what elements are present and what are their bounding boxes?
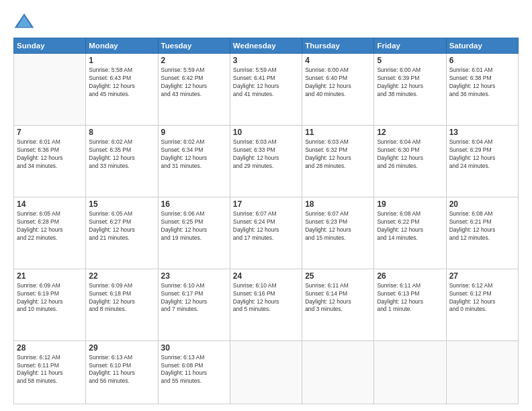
logo-icon — [13, 11, 35, 32]
calendar-cell: 6Sunrise: 6:01 AMSunset: 6:38 PMDaylight… — [446, 54, 518, 126]
calendar: SundayMondayTuesdayWednesdayThursdayFrid… — [13, 38, 519, 404]
weekday-header-sunday: Sunday — [14, 38, 86, 54]
day-number: 24 — [233, 271, 299, 281]
day-info: Sunrise: 6:00 AMSunset: 6:39 PMDaylight:… — [377, 66, 443, 99]
calendar-cell: 14Sunrise: 6:05 AMSunset: 6:28 PMDayligh… — [14, 197, 86, 269]
day-number: 16 — [161, 199, 227, 209]
day-number: 6 — [449, 56, 515, 65]
day-info: Sunrise: 6:10 AMSunset: 6:16 PMDaylight:… — [233, 282, 299, 314]
day-number: 12 — [377, 128, 443, 137]
day-info: Sunrise: 6:04 AMSunset: 6:29 PMDaylight:… — [449, 138, 515, 171]
weekday-header-monday: Monday — [86, 38, 158, 54]
day-info: Sunrise: 6:05 AMSunset: 6:27 PMDaylight:… — [89, 210, 154, 242]
calendar-cell — [14, 54, 86, 126]
weekday-header-row: SundayMondayTuesdayWednesdayThursdayFrid… — [14, 38, 519, 54]
day-info: Sunrise: 5:58 AMSunset: 6:43 PMDaylight:… — [89, 66, 154, 99]
calendar-cell: 28Sunrise: 6:12 AMSunset: 6:11 PMDayligh… — [14, 340, 86, 404]
day-info: Sunrise: 6:01 AMSunset: 6:38 PMDaylight:… — [449, 66, 515, 99]
day-info: Sunrise: 6:13 AMSunset: 6:08 PMDaylight:… — [161, 354, 227, 386]
day-number: 3 — [233, 56, 299, 65]
calendar-cell: 19Sunrise: 6:08 AMSunset: 6:22 PMDayligh… — [374, 197, 446, 269]
calendar-cell: 3Sunrise: 5:59 AMSunset: 6:41 PMDaylight… — [230, 54, 302, 126]
day-info: Sunrise: 6:09 AMSunset: 6:18 PMDaylight:… — [89, 282, 154, 314]
day-info: Sunrise: 6:08 AMSunset: 6:22 PMDaylight:… — [377, 210, 443, 242]
day-number: 26 — [377, 271, 443, 281]
week-row-3: 21Sunrise: 6:09 AMSunset: 6:19 PMDayligh… — [14, 269, 519, 340]
calendar-cell: 2Sunrise: 5:59 AMSunset: 6:42 PMDaylight… — [158, 54, 230, 126]
calendar-cell: 22Sunrise: 6:09 AMSunset: 6:18 PMDayligh… — [86, 269, 158, 340]
day-number: 18 — [305, 199, 371, 209]
day-number: 22 — [89, 271, 154, 281]
calendar-cell: 10Sunrise: 6:03 AMSunset: 6:33 PMDayligh… — [230, 125, 302, 197]
day-info: Sunrise: 6:12 AMSunset: 6:11 PMDaylight:… — [17, 354, 83, 386]
calendar-cell: 20Sunrise: 6:08 AMSunset: 6:21 PMDayligh… — [446, 197, 518, 269]
day-info: Sunrise: 6:12 AMSunset: 6:12 PMDaylight:… — [449, 282, 515, 314]
week-row-0: 1Sunrise: 5:58 AMSunset: 6:43 PMDaylight… — [14, 54, 519, 126]
calendar-cell: 25Sunrise: 6:11 AMSunset: 6:14 PMDayligh… — [302, 269, 374, 340]
day-info: Sunrise: 5:59 AMSunset: 6:42 PMDaylight:… — [161, 66, 227, 99]
day-number: 11 — [305, 128, 371, 137]
weekday-header-tuesday: Tuesday — [158, 38, 230, 54]
weekday-header-friday: Friday — [374, 38, 446, 54]
day-number: 25 — [305, 271, 371, 281]
day-number: 27 — [449, 271, 515, 281]
day-info: Sunrise: 6:11 AMSunset: 6:13 PMDaylight:… — [377, 282, 443, 314]
weekday-header-wednesday: Wednesday — [230, 38, 302, 54]
page: SundayMondayTuesdayWednesdayThursdayFrid… — [0, 0, 532, 411]
calendar-cell: 23Sunrise: 6:10 AMSunset: 6:17 PMDayligh… — [158, 269, 230, 340]
calendar-cell — [374, 340, 446, 404]
calendar-cell: 5Sunrise: 6:00 AMSunset: 6:39 PMDaylight… — [374, 54, 446, 126]
day-info: Sunrise: 6:01 AMSunset: 6:36 PMDaylight:… — [17, 138, 83, 171]
calendar-cell: 13Sunrise: 6:04 AMSunset: 6:29 PMDayligh… — [446, 125, 518, 197]
calendar-cell: 12Sunrise: 6:04 AMSunset: 6:30 PMDayligh… — [374, 125, 446, 197]
calendar-cell: 21Sunrise: 6:09 AMSunset: 6:19 PMDayligh… — [14, 269, 86, 340]
day-number: 2 — [161, 56, 227, 65]
day-info: Sunrise: 6:04 AMSunset: 6:30 PMDaylight:… — [377, 138, 443, 171]
day-number: 17 — [233, 199, 299, 209]
calendar-cell: 27Sunrise: 6:12 AMSunset: 6:12 PMDayligh… — [446, 269, 518, 340]
calendar-cell — [302, 340, 374, 404]
day-number: 20 — [449, 199, 515, 209]
day-number: 4 — [305, 56, 371, 65]
day-number: 9 — [161, 128, 227, 137]
weekday-header-thursday: Thursday — [302, 38, 374, 54]
day-info: Sunrise: 6:11 AMSunset: 6:14 PMDaylight:… — [305, 282, 371, 314]
calendar-cell: 29Sunrise: 6:13 AMSunset: 6:10 PMDayligh… — [86, 340, 158, 404]
calendar-cell: 26Sunrise: 6:11 AMSunset: 6:13 PMDayligh… — [374, 269, 446, 340]
day-info: Sunrise: 6:09 AMSunset: 6:19 PMDaylight:… — [17, 282, 83, 314]
day-number: 1 — [89, 56, 154, 65]
day-number: 19 — [377, 199, 443, 209]
day-number: 23 — [161, 271, 227, 281]
day-info: Sunrise: 6:05 AMSunset: 6:28 PMDaylight:… — [17, 210, 83, 242]
day-number: 30 — [161, 343, 227, 353]
day-info: Sunrise: 6:08 AMSunset: 6:21 PMDaylight:… — [449, 210, 515, 242]
calendar-cell: 17Sunrise: 6:07 AMSunset: 6:24 PMDayligh… — [230, 197, 302, 269]
day-info: Sunrise: 6:07 AMSunset: 6:23 PMDaylight:… — [305, 210, 371, 242]
day-number: 29 — [89, 343, 154, 353]
day-info: Sunrise: 6:02 AMSunset: 6:34 PMDaylight:… — [161, 138, 227, 171]
day-number: 28 — [17, 343, 83, 353]
day-info: Sunrise: 6:06 AMSunset: 6:25 PMDaylight:… — [161, 210, 227, 242]
day-info: Sunrise: 6:02 AMSunset: 6:35 PMDaylight:… — [89, 138, 154, 171]
calendar-cell: 18Sunrise: 6:07 AMSunset: 6:23 PMDayligh… — [302, 197, 374, 269]
calendar-cell: 4Sunrise: 6:00 AMSunset: 6:40 PMDaylight… — [302, 54, 374, 126]
day-info: Sunrise: 6:07 AMSunset: 6:24 PMDaylight:… — [233, 210, 299, 242]
calendar-cell: 11Sunrise: 6:03 AMSunset: 6:32 PMDayligh… — [302, 125, 374, 197]
day-info: Sunrise: 6:00 AMSunset: 6:40 PMDaylight:… — [305, 66, 371, 99]
day-number: 13 — [449, 128, 515, 137]
calendar-cell: 7Sunrise: 6:01 AMSunset: 6:36 PMDaylight… — [14, 125, 86, 197]
calendar-cell: 8Sunrise: 6:02 AMSunset: 6:35 PMDaylight… — [86, 125, 158, 197]
day-number: 10 — [233, 128, 299, 137]
calendar-cell: 15Sunrise: 6:05 AMSunset: 6:27 PMDayligh… — [86, 197, 158, 269]
weekday-header-saturday: Saturday — [446, 38, 518, 54]
day-number: 5 — [377, 56, 443, 65]
calendar-cell: 9Sunrise: 6:02 AMSunset: 6:34 PMDaylight… — [158, 125, 230, 197]
header — [13, 11, 519, 32]
day-info: Sunrise: 6:03 AMSunset: 6:32 PMDaylight:… — [305, 138, 371, 171]
week-row-2: 14Sunrise: 6:05 AMSunset: 6:28 PMDayligh… — [14, 197, 519, 269]
week-row-4: 28Sunrise: 6:12 AMSunset: 6:11 PMDayligh… — [14, 340, 519, 404]
day-info: Sunrise: 6:10 AMSunset: 6:17 PMDaylight:… — [161, 282, 227, 314]
day-number: 21 — [17, 271, 83, 281]
day-info: Sunrise: 5:59 AMSunset: 6:41 PMDaylight:… — [233, 66, 299, 99]
calendar-cell: 16Sunrise: 6:06 AMSunset: 6:25 PMDayligh… — [158, 197, 230, 269]
